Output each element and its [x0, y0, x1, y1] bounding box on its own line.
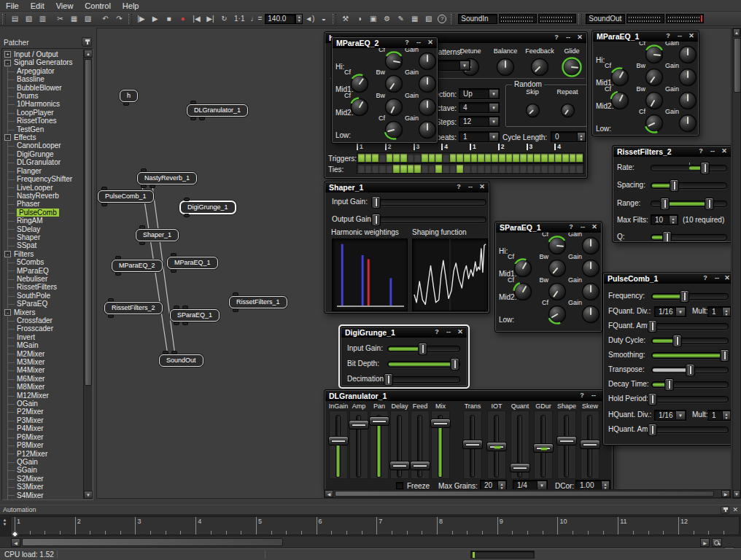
fader-thumb-gdur[interactable] [533, 443, 554, 453]
chevron-down-icon[interactable]: ▼ [489, 117, 498, 125]
trigger-cell[interactable] [379, 165, 386, 173]
expander-icon[interactable]: - [4, 134, 11, 141]
scroll-up-icon[interactable]: ▲ [733, 28, 740, 36]
stepper-icon[interactable]: ▲▼ [601, 481, 609, 489]
chevron-down-icon[interactable]: ▼ [489, 133, 498, 141]
tree-item-drums[interactable]: Drums [8, 92, 82, 100]
stepper-icon[interactable]: ▲▼ [722, 411, 730, 419]
tree-item-qgain[interactable]: QGain [8, 458, 82, 466]
knob-mid1-gain[interactable] [677, 66, 698, 88]
monitor-icon[interactable]: ◒ [317, 12, 330, 25]
automation-ruler[interactable]: ▲▼ 123456789101112 [0, 515, 741, 537]
knob-mid2-gain[interactable] [677, 90, 698, 112]
stop-button[interactable]: ■ [162, 12, 176, 25]
fader-thumb-iot[interactable] [486, 442, 507, 451]
canvas-hscroll-thumb[interactable] [335, 491, 714, 497]
fader-thumb-ingain[interactable] [328, 436, 349, 446]
trigger-cell[interactable] [464, 165, 470, 173]
tree-scroll-thumb[interactable] [85, 59, 92, 386]
trigger-cell[interactable] [372, 165, 379, 173]
keyboard-icon[interactable]: ▦ [408, 12, 422, 25]
output-port[interactable] [141, 184, 147, 188]
help-icon[interactable]: ? [697, 147, 705, 155]
trigger-cell[interactable] [548, 165, 555, 173]
close-icon[interactable]: ✕ [720, 147, 729, 155]
minimize-icon[interactable]: -- [578, 223, 587, 230]
stepper-icon[interactable]: ▲▼ [722, 308, 730, 316]
node-soundout[interactable]: SoundOut [159, 354, 203, 367]
tree-item-s3mixer[interactable]: S3Mixer [8, 483, 82, 491]
max-grains-spinner[interactable]: 20▲▼ [480, 480, 507, 490]
trigger-cell[interactable] [429, 165, 435, 173]
input-port[interactable] [182, 306, 188, 309]
tempo-stepper[interactable]: ▲▼ [295, 14, 303, 24]
tree-item-s4mixer[interactable]: S4Mixer [8, 491, 82, 499]
tree-item-frosscader[interactable]: Frosscader [8, 324, 82, 332]
minimize-icon[interactable]: -- [589, 392, 598, 399]
shaper-output-gain-slider[interactable] [373, 217, 486, 223]
rissetfilters2-q-slider[interactable] [651, 234, 727, 241]
tempo-input[interactable]: 140.0 [265, 14, 295, 24]
trigger-cell[interactable] [478, 165, 484, 173]
slider-thumb[interactable] [662, 231, 672, 241]
tree-item-p6mixer[interactable]: P6Mixer [8, 433, 82, 441]
tree-group-signal-generators[interactable]: -Signal Generators [4, 58, 82, 66]
output-port[interactable] [182, 322, 188, 325]
canvas-vscroll-thumb[interactable] [734, 38, 741, 93]
tree-group-filters[interactable]: -Filters [4, 250, 82, 258]
menu-file[interactable]: File [0, 1, 25, 11]
fader-thumb-feed[interactable] [410, 461, 430, 470]
output-port[interactable] [115, 272, 121, 276]
slider-thumb[interactable] [720, 349, 729, 362]
stepper-icon[interactable]: ▲▼ [577, 133, 585, 141]
automation-scrollbar[interactable]: ◀ ▶ [0, 537, 741, 548]
clipboard-icon[interactable]: ▧ [422, 12, 435, 25]
node-nastyreverb_1[interactable]: NastyReverb_1 [137, 172, 197, 184]
trigger-cell[interactable] [562, 154, 569, 162]
knob-glide[interactable] [561, 56, 583, 78]
trigger-cell[interactable] [555, 154, 562, 162]
trigger-cell[interactable] [562, 165, 569, 173]
tree-item-southpole[interactable]: SouthPole [8, 292, 82, 300]
tree-item-shaper[interactable]: Shaper [8, 233, 82, 241]
undo-button[interactable]: ↶ [98, 12, 112, 25]
help-icon[interactable]: ? [454, 183, 463, 190]
tree-item-sparaeq[interactable]: SParaEQ [8, 300, 82, 308]
pulsecomb1-frequency-slider[interactable] [651, 293, 729, 300]
node-sparaeq_1[interactable]: SParaEQ_1 [170, 309, 220, 322]
knob-low-cf[interactable] [643, 112, 665, 134]
pulsecomb1-divider-dropdown[interactable]: 1/16▼ [654, 306, 686, 317]
slider-thumb[interactable] [660, 198, 670, 210]
slider-thumb[interactable] [371, 214, 381, 226]
output-port[interactable] [233, 308, 238, 312]
help-icon[interactable]: ? [552, 34, 561, 41]
edit-pencil-icon[interactable]: ✎ [394, 12, 408, 25]
trigger-cell[interactable] [506, 154, 513, 162]
pulsecomb1-divider-dropdown[interactable]: 1/16▼ [654, 410, 686, 421]
trigger-cell[interactable] [513, 165, 519, 173]
stepper-icon[interactable]: ▲▼ [669, 216, 677, 224]
contrast-icon[interactable]: ◑ [352, 12, 366, 25]
speaker-icon[interactable]: ◄) [303, 12, 317, 25]
panel-title[interactable]: DLGranulator_1 [325, 391, 612, 401]
panel-shaper1[interactable]: Shaper_1 ? -- ✕ Input Gain: Output Gain:… [324, 181, 490, 314]
harmonic-weightings-graph[interactable] [332, 238, 408, 311]
slider-thumb[interactable] [648, 424, 657, 436]
chevron-down-icon[interactable]: ▼ [489, 90, 498, 98]
tree-item-livelooper[interactable]: LiveLooper [8, 184, 82, 192]
input-port[interactable] [139, 225, 145, 229]
trigger-cell[interactable] [358, 165, 365, 173]
output-port[interactable] [101, 203, 107, 206]
fader-thumb-quant[interactable] [510, 463, 530, 472]
loop-button[interactable]: ↻ [217, 12, 231, 25]
automation-scroll-thumb[interactable] [22, 538, 283, 546]
menu-control[interactable]: Control [79, 1, 116, 11]
tree-item-phaser[interactable]: Phaser [8, 200, 82, 208]
dcor-spinner[interactable]: 1.00▲▼ [575, 480, 610, 490]
slider-thumb[interactable] [664, 378, 674, 391]
patcher-view-icon[interactable]: ▣ [366, 12, 380, 25]
digigrunge1-decimation-slider[interactable] [387, 376, 460, 383]
knob-low-gain[interactable] [580, 303, 601, 325]
rissetfilters2-range-slider[interactable] [651, 201, 727, 207]
fader-thumb-mix[interactable] [430, 419, 451, 428]
